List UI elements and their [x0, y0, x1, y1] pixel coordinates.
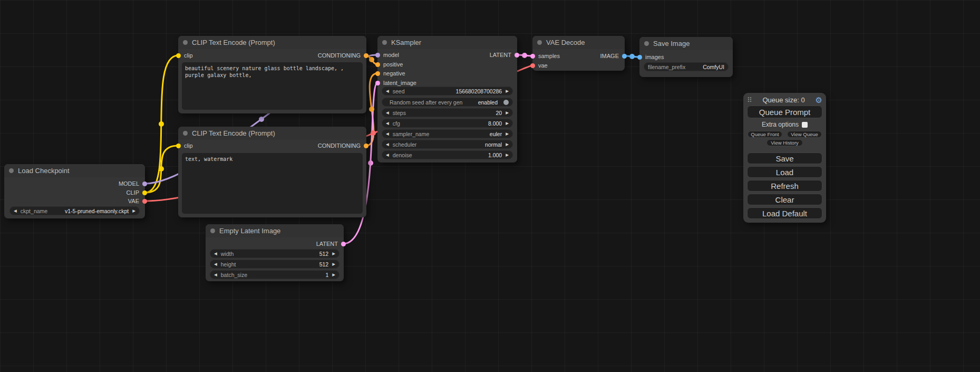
slot-dot-vae[interactable] [530, 63, 535, 68]
node-save-image[interactable]: Save Image images filename_prefix ComfyU… [639, 37, 733, 77]
slot-dot-model[interactable] [375, 53, 380, 58]
decrement-arrow-icon[interactable]: ◀ [386, 121, 389, 126]
input-slot-negative: negative [375, 70, 405, 77]
slot-label: VAE [128, 198, 139, 204]
slot-dot-latent[interactable] [375, 81, 380, 85]
link-midpoint-dot [629, 54, 635, 59]
increment-arrow-icon[interactable]: ▶ [506, 142, 509, 147]
toggle-knob[interactable] [503, 100, 509, 105]
increment-arrow-icon[interactable]: ▶ [506, 153, 509, 157]
widget-ckpt-name[interactable]: ◀ ckpt_name v1-5-pruned-emaonly.ckpt ▶ [9, 206, 140, 215]
widget-value: enabled [478, 99, 498, 106]
increment-arrow-icon[interactable]: ▶ [506, 132, 509, 136]
node-title-bar[interactable]: VAE Decode [532, 36, 625, 49]
output-slot-conditioning: CONDITIONING [318, 142, 368, 149]
collapse-dot-icon[interactable] [9, 168, 14, 173]
prompt-textarea[interactable]: text, watermark [182, 153, 363, 214]
slot-dot-conditioning[interactable] [375, 62, 380, 67]
node-title-bar[interactable]: KSampler [377, 36, 517, 49]
collapse-dot-icon[interactable] [644, 41, 649, 46]
output-slot-latent: LATENT [490, 51, 519, 59]
increment-arrow-icon[interactable]: ▶ [506, 89, 509, 93]
increment-arrow-icon[interactable]: ▶ [506, 121, 509, 126]
widget-sampler-name[interactable]: ◀ sampler_name euler ▶ [382, 129, 513, 138]
decrement-arrow-icon[interactable]: ◀ [386, 111, 389, 115]
collapse-dot-icon[interactable] [183, 131, 188, 136]
node-clip-text-encode-negative[interactable]: CLIP Text Encode (Prompt) clip CONDITION… [178, 127, 366, 217]
slot-dot-conditioning[interactable] [375, 71, 380, 76]
slot-label: CLIP [127, 189, 139, 196]
decrement-arrow-icon[interactable]: ◀ [14, 209, 17, 213]
comfy-menu-panel[interactable]: ⠿ Queue size: 0 ⚙ Queue Prompt Extra opt… [743, 93, 826, 223]
increment-arrow-icon[interactable]: ▶ [506, 111, 509, 115]
settings-gear-icon[interactable]: ⚙ [816, 96, 822, 104]
save-button[interactable]: Save [747, 152, 822, 164]
extra-options-checkbox[interactable] [802, 122, 808, 128]
collapse-dot-icon[interactable] [537, 40, 542, 45]
decrement-arrow-icon[interactable]: ◀ [214, 252, 217, 256]
widget-batch-size[interactable]: ◀ batch_size 1 ▶ [210, 270, 339, 279]
node-empty-latent-image[interactable]: Empty Latent Image LATENT ◀ width 512 ▶ … [206, 224, 344, 281]
increment-arrow-icon[interactable]: ▶ [332, 252, 335, 256]
node-title-bar[interactable]: Save Image [639, 37, 733, 50]
slot-label: clip [184, 52, 193, 59]
output-slot-latent: LATENT [316, 240, 346, 247]
drag-handle-icon[interactable]: ⠿ [747, 96, 752, 104]
decrement-arrow-icon[interactable]: ◀ [214, 273, 217, 277]
slot-dot-latent[interactable] [341, 242, 346, 246]
widget-denoise[interactable]: ◀ denoise 1.000 ▶ [382, 150, 513, 159]
slot-dot-clip[interactable] [142, 190, 147, 195]
node-clip-text-encode-positive[interactable]: CLIP Text Encode (Prompt) clip CONDITION… [178, 36, 366, 113]
slot-label: clip [184, 142, 193, 149]
input-slot-images: images [637, 53, 664, 61]
load-button[interactable]: Load [747, 166, 822, 178]
slot-dot-image[interactable] [622, 54, 627, 59]
prompt-textarea[interactable]: beautiful scenery nature glass bottle la… [182, 62, 363, 110]
collapse-dot-icon[interactable] [210, 228, 215, 233]
widget-filename-prefix[interactable]: filename_prefix ComfyUI [644, 62, 729, 71]
view-history-button[interactable]: View History [766, 139, 803, 146]
widget-scheduler[interactable]: ◀ scheduler normal ▶ [382, 140, 513, 149]
decrement-arrow-icon[interactable]: ◀ [386, 142, 389, 147]
widget-steps[interactable]: ◀ steps 20 ▶ [382, 108, 513, 117]
widget-seed[interactable]: ◀ seed 156680208700286 ▶ [382, 87, 513, 96]
decrement-arrow-icon[interactable]: ◀ [386, 153, 389, 157]
slot-dot-conditioning[interactable] [364, 144, 368, 148]
collapse-dot-icon[interactable] [382, 40, 387, 45]
widget-cfg[interactable]: ◀ cfg 8.000 ▶ [382, 119, 513, 128]
slot-dot-vae[interactable] [142, 199, 147, 204]
node-title-bar[interactable]: CLIP Text Encode (Prompt) [178, 36, 366, 49]
node-title-bar[interactable]: Empty Latent Image [206, 224, 344, 237]
node-ksampler[interactable]: KSampler model positive negative latent_… [377, 36, 517, 163]
node-title-bar[interactable]: CLIP Text Encode (Prompt) [178, 127, 366, 140]
widget-name: steps [393, 110, 406, 116]
refresh-button[interactable]: Refresh [747, 180, 822, 192]
widget-random-seed[interactable]: Random seed after every gen enabled [382, 98, 513, 107]
decrement-arrow-icon[interactable]: ◀ [214, 262, 217, 266]
output-slot-clip: CLIP [127, 189, 147, 196]
slot-dot-latent[interactable] [530, 54, 535, 59]
node-load-checkpoint[interactable]: Load Checkpoint MODEL CLIP VAE ◀ ckpt_na… [4, 164, 145, 218]
increment-arrow-icon[interactable]: ▶ [132, 209, 135, 213]
view-queue-button[interactable]: View Queue [787, 131, 822, 138]
graph-canvas[interactable]: Load Checkpoint MODEL CLIP VAE ◀ ckpt_na… [0, 0, 980, 372]
slot-dot-conditioning[interactable] [364, 53, 368, 58]
node-title-bar[interactable]: Load Checkpoint [4, 164, 145, 177]
load-default-button[interactable]: Load Default [747, 207, 822, 219]
queue-front-button[interactable]: Queue Front [748, 131, 782, 138]
increment-arrow-icon[interactable]: ▶ [332, 262, 335, 266]
widget-width[interactable]: ◀ width 512 ▶ [210, 249, 339, 258]
decrement-arrow-icon[interactable]: ◀ [386, 89, 389, 93]
queue-prompt-button[interactable]: Queue Prompt [747, 106, 822, 118]
slot-dot-image[interactable] [637, 55, 642, 60]
slot-dot-latent[interactable] [515, 53, 519, 58]
node-vae-decode[interactable]: VAE Decode samples vae IMAGE [532, 36, 625, 71]
collapse-dot-icon[interactable] [183, 40, 188, 45]
clear-button[interactable]: Clear [747, 194, 822, 205]
slot-dot-model[interactable] [142, 182, 147, 186]
widget-height[interactable]: ◀ height 512 ▶ [210, 260, 339, 269]
slot-dot-clip[interactable] [176, 144, 181, 148]
slot-dot-clip[interactable] [176, 53, 181, 58]
decrement-arrow-icon[interactable]: ◀ [386, 132, 389, 136]
increment-arrow-icon[interactable]: ▶ [332, 273, 335, 277]
